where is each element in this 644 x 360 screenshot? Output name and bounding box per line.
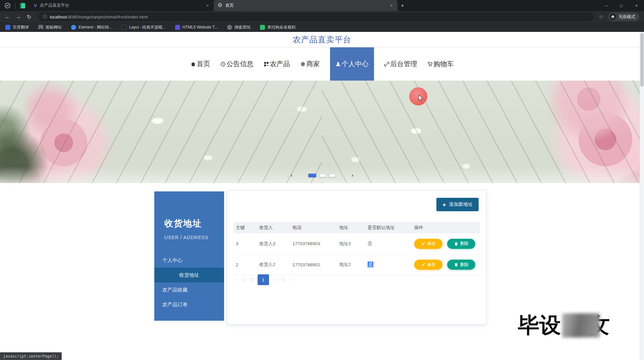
bookmark-item[interactable]: 百度翻译 <box>5 25 29 30</box>
sidebar-subtitle: USER / ADDRESS <box>164 235 224 240</box>
banner-plank-lines <box>322 81 644 183</box>
col-header-phone: 电话 <box>290 222 337 233</box>
nav-item-cart[interactable]: 购物车 <box>427 47 454 81</box>
nav-item-products[interactable]: 农产品 <box>264 47 290 81</box>
trash-icon <box>454 242 458 246</box>
pagination-last[interactable]: » <box>289 277 291 282</box>
pagination-prev[interactable]: 上一页 <box>241 277 254 283</box>
bookmark-favicon <box>5 25 10 30</box>
bookmark-label: 表结构命名规则 <box>267 25 296 30</box>
plus-icon: + <box>442 201 446 208</box>
page-scrollbar[interactable] <box>640 32 644 360</box>
scrollbar-thumb[interactable] <box>640 33 644 87</box>
nav-label: 农产品 <box>270 59 290 69</box>
tab2-title: 首页 <box>225 3 385 8</box>
nav-item-admin[interactable]: 后台管理 <box>384 47 417 81</box>
carousel-next-icon[interactable]: › <box>352 172 354 179</box>
carousel-prev-icon[interactable]: ‹ <box>290 172 292 179</box>
tab-strip-icons <box>0 3 30 9</box>
nav-label: 商家 <box>307 59 320 69</box>
bookmark-item[interactable]: 表结构命名规则 <box>260 25 296 30</box>
pagination: « 上一页 1 下一页 » <box>235 274 291 285</box>
carousel-dot[interactable] <box>329 174 336 177</box>
bookmark-item[interactable]: 搜索壁纸 <box>227 25 251 30</box>
clock-icon <box>220 61 226 67</box>
bookmark-item[interactable]: Layui - 经典开源模... <box>122 25 166 30</box>
cell-id: 3 <box>234 233 257 254</box>
nav-item-announcements[interactable]: 公告信息 <box>220 47 254 81</box>
pencil-icon <box>421 263 425 267</box>
delete-label: 删除 <box>460 241 469 246</box>
url-text: localhost:8080/nongchanpinzhimai/front/i… <box>50 14 148 19</box>
forward-button[interactable]: → <box>16 14 21 20</box>
bookmark-favicon <box>38 25 43 30</box>
minimize-button[interactable]: ─ <box>599 0 614 11</box>
tab1-favicon: V <box>34 3 37 8</box>
grid-icon <box>264 61 269 67</box>
bookmark-label: 图标网站 <box>46 25 62 30</box>
edit-label: 修改 <box>427 262 436 268</box>
bookmark-favicon <box>175 25 180 30</box>
close-window-button[interactable]: × <box>629 0 644 11</box>
nav-label: 后台管理 <box>390 59 417 69</box>
pagination-current-page[interactable]: 1 <box>258 274 269 285</box>
browser-tab-1[interactable]: V 农产品直卖平台 × <box>30 0 214 11</box>
status-bar-link-preview: javascript:centerPage(); <box>0 352 62 360</box>
watermark-text: 毕设 <box>518 311 561 340</box>
cell-phone: 17703786903 <box>290 233 337 254</box>
browser-tab-2[interactable]: 首页 × <box>214 0 397 11</box>
extension-icon <box>20 3 25 8</box>
table-header-row: 主键 收货人 电话 地址 是否默认地址 操作 <box>234 222 480 233</box>
delete-label: 删除 <box>460 262 469 268</box>
pagination-first[interactable]: « <box>235 277 237 282</box>
trash-icon <box>454 263 458 267</box>
home-icon <box>191 61 196 67</box>
reload-button[interactable]: ↻ <box>27 14 31 20</box>
bookmark-item[interactable]: Element - 网站快... <box>71 25 112 30</box>
tab2-close-icon[interactable]: × <box>388 3 394 8</box>
watermark-blur-box <box>562 313 600 338</box>
edit-button[interactable]: 修改 <box>414 239 442 249</box>
site-info-icon[interactable]: ⓘ <box>43 14 47 20</box>
sidebar-item-product-favorites[interactable]: 农产品收藏 <box>154 282 224 297</box>
add-address-button[interactable]: + 添加新地址 <box>436 198 479 211</box>
sidebar-item-product-orders[interactable]: 农产品订单 <box>154 297 224 312</box>
maximize-button[interactable]: □ <box>614 0 629 11</box>
delete-button[interactable]: 删除 <box>447 239 475 249</box>
cell-address: 地址2 <box>337 254 365 275</box>
col-header-actions: 操作 <box>412 222 480 233</box>
incognito-badge: 无痕模式 <box>608 12 639 21</box>
sidebar-item-shipping-address[interactable]: 收货地址 <box>154 268 224 282</box>
address-input[interactable]: ⓘ localhost:8080/nongchanpinzhimai/front… <box>38 12 593 21</box>
sidebar-item-personal-center[interactable]: 个人中心 <box>154 253 224 268</box>
carousel-dot-active[interactable] <box>308 174 316 177</box>
divider <box>15 3 15 9</box>
new-tab-button[interactable]: + <box>397 1 408 10</box>
tab1-close-icon[interactable]: × <box>205 3 210 8</box>
nav-item-personal-center[interactable]: 个人中心 <box>330 47 374 81</box>
bookmark-item[interactable]: 图标网站 <box>38 25 62 30</box>
cell-default: 是 <box>366 254 412 275</box>
user-icon <box>335 61 341 67</box>
cell-default: 否 <box>366 233 412 254</box>
bookmark-star-icon[interactable]: ☆ <box>599 14 603 20</box>
back-button[interactable]: ← <box>5 14 10 20</box>
nav-item-home[interactable]: 首页 <box>191 47 210 81</box>
cell-address: 地址3 <box>337 233 365 254</box>
carousel-indicators: ‹ › <box>0 172 644 179</box>
cell-recipient: 收货人2 <box>257 254 290 275</box>
pagination-next[interactable]: 下一页 <box>273 277 285 283</box>
carousel-dot[interactable] <box>319 174 326 177</box>
pencil-icon <box>421 242 425 246</box>
bookmark-item[interactable]: HTML5 Website T... <box>175 25 218 30</box>
cell-actions: 修改 删除 <box>412 254 480 275</box>
bookmark-label: Layui - 经典开源模... <box>129 25 166 30</box>
delete-button[interactable]: 删除 <box>447 260 475 270</box>
col-header-recipient: 收货人 <box>257 222 290 233</box>
nav-item-merchants[interactable]: 商家 <box>300 47 320 81</box>
nav-label: 购物车 <box>434 59 454 69</box>
browser-url-bar: ← → ↻ ⓘ localhost:8080/nongchanpinzhimai… <box>0 11 644 22</box>
incognito-label: 无痕模式 <box>619 14 635 20</box>
col-header-address: 地址 <box>337 222 365 233</box>
edit-button[interactable]: 修改 <box>414 260 442 270</box>
